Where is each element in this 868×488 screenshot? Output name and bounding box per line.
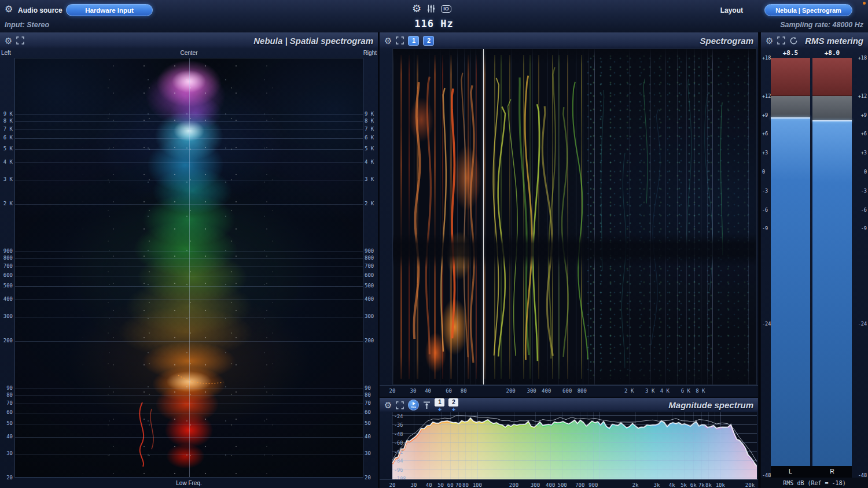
spectrogram-settings-gear-icon[interactable]: ⚙ [384, 36, 392, 45]
pan-left-label: Left [1, 50, 11, 56]
spatial-freq-label: 5 K [365, 146, 377, 151]
spectro-axis-label: 80 [461, 388, 467, 394]
spatial-freq-label: 6 K [365, 135, 377, 141]
frequency-readout: 116 Hz [0, 18, 868, 29]
spatial-freq-label: 3 K [0, 177, 13, 182]
spatial-freq-label: 300 [365, 314, 377, 319]
spatial-freq-label: 2 K [365, 201, 377, 206]
mag-axis-label: 2k [632, 482, 639, 488]
audio-settings-gear-icon[interactable]: ⚙ [5, 5, 13, 14]
peak-hold-icon[interactable] [423, 401, 431, 409]
rms-scale-label: +12 [762, 94, 771, 99]
center-pan-line [189, 58, 190, 477]
spatial-freq-label: 400 [0, 297, 13, 302]
spectrogram-channel-1-button[interactable]: 1 [408, 36, 419, 46]
spatial-freq-label: 60 [365, 410, 377, 415]
meter-value-line [771, 117, 810, 119]
magnitude-spectrum-path [392, 418, 757, 479]
mag-axis-label: 500 [557, 482, 567, 488]
input-channel-label: Input: Stereo [5, 21, 49, 29]
magnitude-channel-2-button[interactable]: 2 [448, 398, 458, 406]
mag-axis-label: 50 [437, 482, 444, 488]
spatial-freq-label: 500 [0, 283, 13, 289]
hardware-input-button[interactable]: Hardware input [66, 4, 153, 16]
pan-center-label: Center [180, 50, 197, 56]
spatial-spectrogram-plot[interactable] [14, 58, 363, 478]
rms-scale-label: +3 [762, 150, 771, 156]
rms-scale-label: +18 [762, 56, 771, 61]
spatial-freq-label: 5 K [0, 146, 13, 151]
spatial-freq-label: 70 [365, 401, 377, 406]
spatial-freq-label: 30 [0, 451, 13, 456]
spatial-freq-label: 600 [0, 273, 13, 278]
spectro-axis-label: 4 K [660, 388, 670, 394]
rms-scale-label: -9 [858, 226, 867, 231]
spatial-freq-label: 90 [0, 386, 13, 391]
add-overlay-2-button[interactable]: + [448, 406, 458, 413]
mag-axis-label: 60 [447, 482, 454, 488]
magnitude-channel-1-group: 1 + [435, 398, 444, 413]
rms-scale-label: -3 [762, 188, 771, 194]
add-overlay-1-button[interactable]: + [435, 406, 444, 413]
spatial-freq-label: 800 [0, 256, 13, 261]
spatial-freq-label: 30 [365, 451, 377, 456]
magnitude-spectrum-panel: ⚙ live 1 + 2 + Magnitude spectrum [380, 398, 758, 488]
rms-settings-gear-icon[interactable]: ⚙ [766, 36, 773, 45]
rms-scale-label: -24 [762, 321, 771, 327]
rms-fullscreen-icon[interactable] [777, 36, 785, 45]
spatial-freq-label: 3 K [365, 177, 377, 182]
rms-footer-label: RMS dB (Ref = -18) [761, 478, 868, 488]
magnitude-panel-title: Magnitude spectrum [668, 400, 753, 410]
rms-scale-label: -24 [858, 321, 867, 327]
mag-axis-label: 70 [455, 482, 462, 488]
pan-right-label: Right [363, 50, 377, 56]
magnitude-channel-1-button[interactable]: 1 [435, 398, 444, 406]
io-routing-icon[interactable]: IO [441, 5, 451, 13]
spatial-settings-gear-icon[interactable]: ⚙ [5, 36, 12, 45]
rms-meter-left[interactable] [771, 32, 810, 488]
mag-axis-label: 100 [473, 482, 482, 488]
mag-axis-label: 4k [669, 482, 675, 488]
spatial-panel-header: ⚙ Nebula | Spatial spectrogram [0, 32, 378, 49]
spatial-freq-label: 80 [0, 393, 13, 398]
meter-clip-zone [812, 58, 852, 96]
spectro-axis-label: 2 K [624, 388, 634, 394]
rms-meter-right[interactable] [812, 32, 852, 488]
meter-value-line [812, 120, 852, 121]
mag-axis-label: 7k [698, 482, 705, 488]
spectro-axis-label: 300 [527, 388, 536, 394]
magnitude-fullscreen-icon[interactable] [396, 401, 404, 409]
live-label: live [411, 405, 416, 409]
rms-scale-label: +6 [858, 131, 867, 136]
spectrogram-channel-2-button[interactable]: 2 [423, 36, 434, 46]
mixer-sliders-icon[interactable] [426, 4, 436, 13]
reset-refresh-icon[interactable] [789, 36, 798, 45]
meter-rms-bar [771, 118, 810, 466]
layout-menu[interactable]: Layout [720, 6, 743, 14]
spatial-freq-label: 40 [0, 434, 13, 439]
rms-scale-label: -6 [858, 208, 867, 213]
mag-axis-label: 20k [745, 482, 755, 488]
spatial-spectrogram-panel: ⚙ Nebula | Spatial spectrogram Left Cent… [0, 32, 378, 488]
magnitude-settings-gear-icon[interactable]: ⚙ [384, 401, 392, 409]
view-preset-button[interactable]: Nebula | Spectrogram [764, 4, 852, 16]
magnitude-freq-axis: 203040506070801002003004005007009002k3k4… [380, 479, 758, 488]
spatial-freq-label: 8 K [365, 119, 377, 124]
mag-axis-label: 400 [546, 482, 555, 488]
spatial-freq-label: 20 [0, 475, 13, 480]
spatial-freq-label: 7 K [0, 127, 13, 132]
rms-panel-title: RMS metering [805, 36, 863, 46]
spatial-freq-label: 800 [365, 256, 377, 261]
spatial-fullscreen-icon[interactable] [16, 36, 24, 45]
live-play-button[interactable]: live [408, 400, 419, 411]
spectrogram-plot[interactable] [392, 49, 757, 385]
spatial-freq-label: 6 K [0, 135, 13, 141]
spectrogram-freq-axis: 20304060802003004006008002 K3 K4 K6 K8 K [380, 385, 758, 397]
magnitude-spectrum-plot[interactable]: -24-36-48-60-72-84-96-108 [392, 412, 757, 479]
settings-gear-icon[interactable]: ⚙ [412, 3, 421, 14]
spatial-freq-label: 70 [0, 401, 13, 406]
spectrogram-fullscreen-icon[interactable] [396, 36, 404, 45]
rms-scale-label: +6 [762, 131, 771, 136]
rms-scale-label: 0 [762, 169, 771, 175]
spatial-freq-label: 600 [365, 273, 377, 278]
